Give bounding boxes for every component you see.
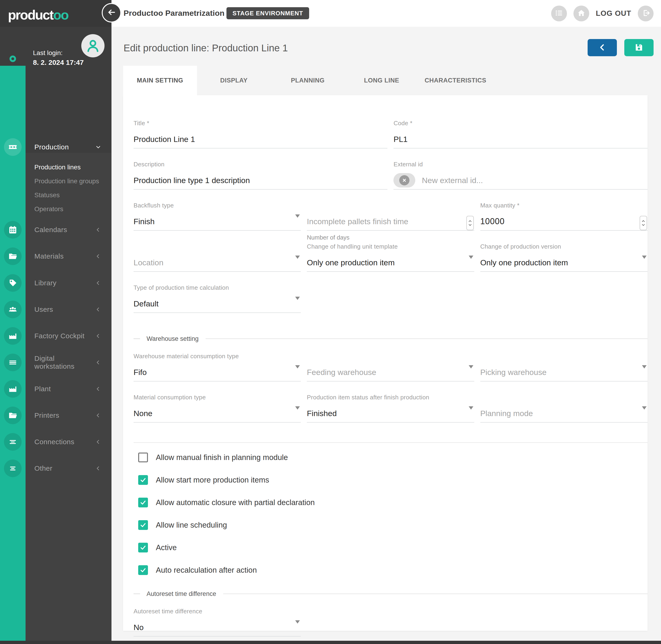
caret-down-icon[interactable]: [295, 620, 300, 624]
tab-main-setting[interactable]: MAIN SETTING: [123, 66, 197, 95]
checkbox-icon[interactable]: [138, 520, 148, 530]
feeding-warehouse-select[interactable]: Feeding warehouse: [307, 363, 474, 382]
incomplete-pallets-input[interactable]: Incomplete pallets finish time: [307, 212, 474, 231]
arrow-left-icon: [107, 7, 116, 18]
code-input[interactable]: PL1: [394, 130, 647, 148]
close-icon: [399, 175, 409, 185]
production-version-select[interactable]: Only one production item: [480, 254, 647, 272]
caret-down-icon[interactable]: [295, 214, 300, 218]
caret-down-icon[interactable]: [295, 365, 300, 368]
checkbox-allow-automatic-closure[interactable]: Allow automatic closure with partial dec…: [138, 498, 647, 507]
caret-down-icon[interactable]: [469, 406, 473, 410]
field-placeholder: Picking warehouse: [480, 368, 546, 377]
checkbox-icon[interactable]: [138, 498, 148, 507]
sidebar-item-production-line-groups[interactable]: Production line groups: [26, 174, 112, 188]
caret-down-icon[interactable]: [469, 365, 473, 368]
checkbox-allow-manual-finish[interactable]: Allow manual finish in planning module: [138, 453, 647, 462]
sidebar-item-production-lines[interactable]: Production lines: [26, 160, 112, 174]
field-label: Warehouse material consumption type: [134, 353, 301, 363]
external-id-clear-button[interactable]: [394, 173, 415, 187]
autoreset-select[interactable]: No: [134, 618, 301, 637]
chevron-left-icon: [95, 439, 101, 445]
planning-mode-select[interactable]: Planning mode: [480, 405, 647, 422]
description-input[interactable]: Production line type 1 description: [134, 171, 387, 189]
tab-long-line[interactable]: LONG LINE: [345, 66, 419, 95]
field-label: Title *: [134, 120, 387, 130]
sidebar-item-factory-cockpit[interactable]: Factory Cockpit: [0, 327, 112, 345]
save-icon: [634, 42, 644, 53]
sidebar-item-other[interactable]: Other: [0, 460, 112, 477]
number-stepper[interactable]: [640, 216, 647, 230]
field-backflush-type: Backflush type Finish: [134, 202, 301, 231]
caret-down-icon[interactable]: [295, 297, 300, 300]
logo-text: product: [8, 7, 53, 22]
sidebar-item-materials[interactable]: Materials: [0, 248, 112, 265]
topbar-actions: LOG OUT: [551, 0, 654, 27]
external-id-input[interactable]: New external id...: [394, 171, 647, 189]
location-select[interactable]: Location: [134, 254, 301, 272]
folder-icon: [4, 248, 22, 265]
caret-down-icon[interactable]: [642, 365, 646, 368]
picking-warehouse-select[interactable]: Picking warehouse: [480, 363, 647, 382]
tab-display[interactable]: DISPLAY: [197, 66, 271, 95]
sidebar-item-statuses[interactable]: Statuses: [26, 188, 112, 202]
sidebar-item-operators[interactable]: Operators: [26, 202, 112, 216]
menu-list-button[interactable]: [551, 5, 567, 21]
avatar[interactable]: [81, 34, 104, 58]
field-label: Change of handling unit template: [307, 243, 474, 254]
checkbox-auto-recalculation[interactable]: Auto recalculation after action: [138, 565, 647, 575]
caret-down-icon[interactable]: [295, 256, 300, 259]
title-input[interactable]: Production Line 1: [134, 130, 387, 148]
calendar-icon: [4, 221, 22, 238]
field-incomplete-pallets-finish-time: Incomplete pallets finish time Number of…: [307, 202, 474, 231]
logout-button[interactable]: [638, 5, 654, 21]
status-ring-icon: [9, 55, 16, 62]
sidebar-item-label: Connections: [26, 438, 95, 446]
logout-label[interactable]: LOG OUT: [596, 9, 631, 18]
time-calculation-select[interactable]: Default: [134, 295, 301, 313]
page-title: Edit production line: Production Line 1: [123, 43, 288, 54]
checkbox-icon[interactable]: [138, 565, 148, 575]
tab-planning[interactable]: PLANNING: [271, 66, 345, 95]
sidebar-item-users[interactable]: Users: [0, 301, 112, 318]
caret-down-icon[interactable]: [295, 406, 300, 410]
field-label: External id: [394, 161, 647, 171]
sidebar-item-production[interactable]: Production: [0, 138, 112, 156]
field-planning-mode: Planning mode: [480, 394, 647, 422]
sidebar-item-library[interactable]: Library: [0, 274, 112, 292]
sidebar-item-calendars[interactable]: Calendars: [0, 221, 112, 238]
checkbox-icon[interactable]: [138, 453, 148, 462]
checkbox-icon[interactable]: [138, 543, 148, 552]
field-material-consumption-type: Material consumption type None: [134, 394, 301, 422]
field-value: PL1: [394, 135, 408, 144]
checkbox-allow-start-more[interactable]: Allow start more production items: [138, 475, 647, 485]
tab-characteristics[interactable]: CHARACTERISTICS: [419, 66, 492, 95]
caret-down-icon[interactable]: [642, 406, 646, 410]
backflush-type-select[interactable]: Finish: [134, 212, 301, 231]
material-consumption-select[interactable]: None: [134, 405, 301, 422]
field-label: [134, 243, 301, 254]
home-button[interactable]: [573, 5, 589, 21]
divider-line: [223, 594, 647, 594]
field-placeholder: Planning mode: [480, 409, 533, 418]
checkbox-allow-line-scheduling[interactable]: Allow line scheduling: [138, 520, 647, 530]
checkbox-icon[interactable]: [138, 475, 148, 485]
item-status-select[interactable]: Finished: [307, 405, 474, 422]
sidebar-item-digital-workstations[interactable]: Digital workstations: [0, 353, 112, 371]
warehouse-consumption-select[interactable]: Fifo: [134, 363, 301, 382]
sidebar-item-printers[interactable]: Printers: [0, 407, 112, 424]
caret-down-icon[interactable]: [642, 256, 646, 259]
handling-unit-select[interactable]: Only one production item: [307, 254, 474, 272]
sidebar-item-plant[interactable]: Plant: [0, 380, 112, 398]
caret-down-icon[interactable]: [469, 256, 473, 259]
divider-line: [206, 339, 647, 339]
number-stepper[interactable]: [466, 216, 474, 230]
save-button[interactable]: [624, 39, 654, 56]
checkbox-active[interactable]: Active: [138, 543, 647, 552]
sidebar-item-connections[interactable]: Connections: [0, 433, 112, 451]
field-handling-unit-template: Change of handling unit template Only on…: [307, 243, 474, 272]
back-button[interactable]: [102, 3, 121, 23]
field-value: Only one production item: [307, 258, 395, 267]
go-back-button[interactable]: [588, 39, 617, 56]
max-quantity-input[interactable]: 10000: [480, 212, 647, 231]
